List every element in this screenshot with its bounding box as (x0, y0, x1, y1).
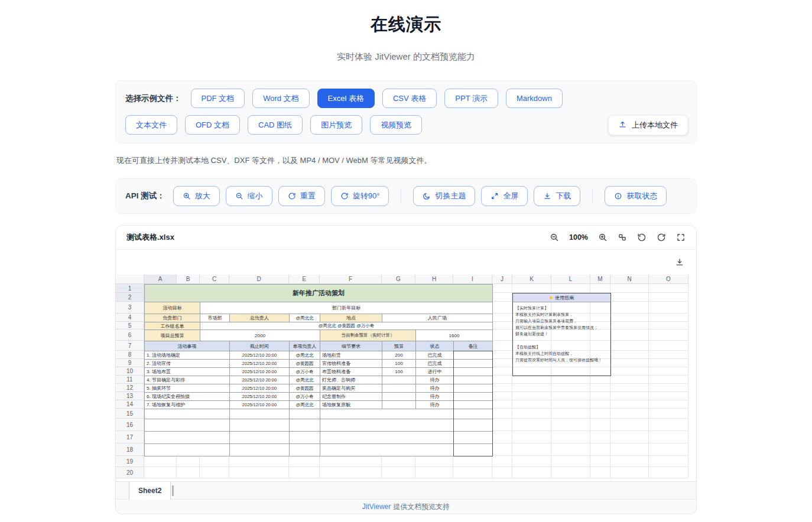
grid-cell (610, 367, 649, 376)
grid-cell (551, 384, 590, 392)
row-header: 20 (116, 467, 144, 478)
sheet-cell: 工作组名单 (144, 322, 200, 330)
row-header: 4 (116, 314, 144, 322)
sheet-cell: 6. 现场纪实全程拍摄 (144, 392, 230, 401)
grid-cell (492, 376, 512, 384)
row-header: 1 (116, 284, 144, 293)
grid-cell (492, 467, 512, 478)
grid-cell (229, 467, 289, 478)
grid-cell (610, 341, 649, 351)
grid-cell (551, 467, 590, 478)
sheet-cell (144, 443, 230, 456)
sheet-cell (320, 419, 454, 432)
sheet-cell: 已完成 (415, 359, 454, 368)
file-type-button[interactable]: Markdown (506, 89, 563, 108)
grid-cell (551, 456, 590, 467)
sheet-cell (229, 419, 290, 432)
file-type-button[interactable]: 文本文件 (125, 115, 177, 135)
row-header: 11 (116, 376, 144, 384)
row-header: 14 (116, 400, 144, 409)
rotate-ccw-icon[interactable] (637, 233, 647, 242)
sheet-tab-bar: Sheet2 (116, 481, 696, 499)
api-button[interactable]: 下载 (534, 186, 580, 206)
row-header: 13 (116, 392, 144, 400)
grid-cell (551, 409, 590, 419)
sheet-cell: 布置物料准备 (320, 367, 382, 376)
file-type-button[interactable]: 图片预览 (310, 115, 362, 135)
grid-cell (610, 322, 649, 329)
download-icon[interactable] (675, 257, 684, 267)
grid-cell (551, 419, 590, 431)
file-type-button[interactable]: PDF 文档 (191, 89, 245, 108)
document-viewer: 测试表格.xlsx 100% ABCDEFGHIJKLMNO1234567891… (115, 225, 697, 514)
brand-link[interactable]: JitViewer (362, 503, 391, 511)
sheet-cell (453, 431, 493, 444)
api-button-label: 获取状态 (626, 191, 657, 201)
viewer-tools: 100% (550, 233, 686, 242)
grid-cell (551, 284, 590, 293)
grid-cell (649, 384, 688, 392)
tab-resize-handle[interactable] (172, 485, 174, 496)
sheet-cell (289, 419, 320, 432)
api-button[interactable]: 放大 (173, 186, 220, 206)
sheet-cell: 200 (382, 351, 416, 360)
sheet-cell: 1600 (415, 329, 493, 341)
spreadsheet-preview[interactable]: ABCDEFGHIJKLMNO1234567891011121314151617… (116, 275, 696, 481)
column-header: I (453, 275, 492, 284)
sheet-cell: 活动目标 (144, 302, 200, 314)
zoom-in-icon[interactable] (598, 233, 608, 242)
api-button[interactable]: 旋转90° (331, 186, 389, 206)
grid-cell (144, 456, 177, 467)
sheet-cell: 进行中 (415, 367, 454, 376)
upload-local-file-button[interactable]: 上传本地文件 (608, 115, 688, 135)
api-button[interactable]: 缩小 (226, 186, 272, 206)
rotate-cw-icon[interactable] (657, 233, 666, 242)
sheet-tab-sheet2[interactable]: Sheet2 (129, 482, 171, 500)
sheet-cell: 新年推广活动策划 (144, 284, 493, 302)
zoom-out-icon[interactable] (550, 233, 559, 242)
grid-cell (649, 419, 688, 431)
grid-cell (610, 376, 649, 384)
api-button[interactable]: 切换主题 (413, 186, 475, 206)
grid-cell (551, 431, 590, 443)
row-header: 19 (116, 456, 144, 467)
grid-cell (610, 431, 649, 443)
api-button[interactable]: 获取状态 (605, 186, 667, 206)
zoom-out-icon (235, 192, 243, 200)
grid-cell (610, 314, 649, 322)
grid-cell (551, 376, 590, 384)
file-type-button[interactable]: 视频预览 (370, 115, 422, 135)
grid-cell (492, 284, 512, 293)
grid-cell (512, 376, 551, 384)
sheet-cell: 总负责人 (229, 314, 290, 322)
grid-cell (453, 467, 492, 478)
sheet-cell: 部门新年目标 (200, 302, 493, 314)
pages-icon[interactable] (618, 233, 627, 242)
file-type-button[interactable]: Excel 表格 (317, 89, 375, 108)
api-button[interactable]: 全屏 (481, 186, 528, 206)
grid-cell (200, 467, 229, 478)
file-type-button[interactable]: PPT 演示 (444, 89, 498, 108)
sheet-cell (229, 431, 290, 444)
group-divider (401, 189, 401, 203)
sheet-corner (116, 275, 144, 284)
api-button[interactable]: 重置 (278, 186, 325, 206)
column-header: L (551, 275, 590, 284)
sheet-cell: 项目总预算 (144, 329, 200, 341)
grid-cell (320, 467, 382, 478)
file-type-button[interactable]: Word 文档 (252, 89, 309, 108)
grid-cell (590, 409, 610, 419)
fullscreen-icon[interactable] (676, 233, 686, 242)
grid-cell (649, 351, 688, 359)
file-selector-label: 选择示例文件： (125, 93, 181, 104)
row-header: 18 (116, 443, 144, 456)
grid-cell (492, 384, 512, 392)
grid-cell (590, 400, 610, 409)
sheet-cell: 2000 (200, 329, 320, 341)
sheet-cell: @万小奇 (289, 392, 320, 401)
reset-icon (288, 192, 296, 200)
file-type-button[interactable]: CSV 表格 (382, 89, 437, 108)
api-test-label: API 测试： (125, 191, 165, 201)
file-type-button[interactable]: OFD 文档 (185, 115, 240, 135)
file-type-button[interactable]: CAD 图纸 (248, 115, 303, 135)
